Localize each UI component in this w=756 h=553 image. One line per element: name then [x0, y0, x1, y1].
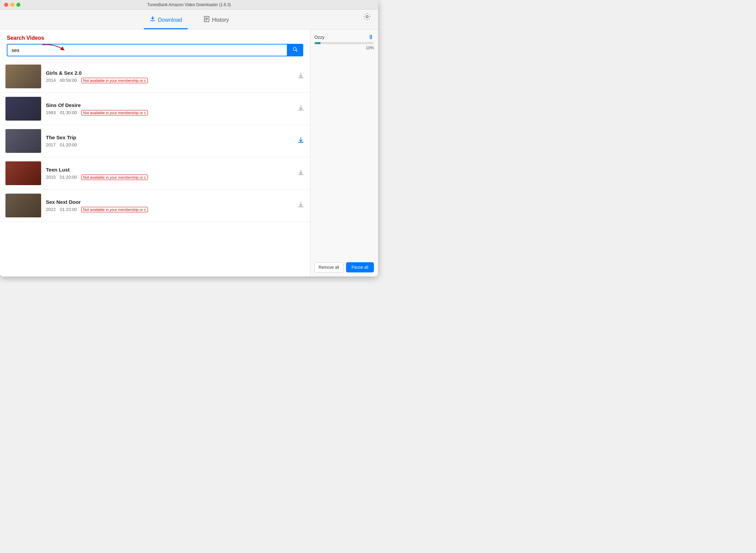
result-info: Sins Of Desire 1993 01:30:00 Not availab…: [46, 102, 292, 115]
result-meta: 2015 01:20:00 Not available in your memb…: [46, 175, 292, 180]
download-tab-icon: [149, 16, 156, 24]
result-badge: Not available in your membership or c: [81, 207, 148, 212]
list-item: The Sex Trip 2017 01:20:00: [0, 125, 310, 157]
result-duration: 01:20:00: [60, 142, 77, 147]
result-thumbnail: [5, 194, 41, 217]
result-title: Sex Next Door: [46, 199, 292, 205]
svg-rect-12: [298, 142, 304, 143]
result-year: 2022: [46, 207, 56, 212]
result-title: Teen Lust: [46, 167, 292, 173]
list-item: Teen Lust 2015 01:20:00 Not available in…: [0, 157, 310, 190]
maximize-button[interactable]: [16, 3, 20, 7]
left-panel: Search Videos: [0, 30, 310, 276]
result-thumbnail: [5, 129, 41, 153]
result-year: 1993: [46, 110, 56, 115]
result-duration: 00:59:00: [60, 78, 77, 83]
main-content: Download History: [0, 10, 378, 276]
result-duration: 01:20:00: [60, 175, 77, 180]
result-download-button[interactable]: [297, 169, 305, 178]
tab-history[interactable]: History: [198, 13, 235, 29]
progress-bar-track: [314, 42, 374, 44]
search-button[interactable]: [287, 44, 303, 56]
svg-rect-2: [152, 16, 153, 19]
result-title: The Sex Trip: [46, 135, 292, 140]
result-info: Sex Next Door 2022 01:23:00 Not availabl…: [46, 199, 292, 212]
result-thumbnail: [5, 97, 41, 121]
tab-download[interactable]: Download: [144, 13, 188, 29]
pause-all-button[interactable]: Pause all: [346, 262, 374, 272]
body-area: Search Videos: [0, 30, 378, 276]
traffic-lights: [4, 3, 20, 7]
close-button[interactable]: [4, 3, 8, 7]
result-info: Girls & Sex 2.0 2014 00:59:00 Not availa…: [46, 70, 292, 83]
svg-point-7: [366, 16, 368, 18]
result-year: 2014: [46, 78, 56, 83]
svg-rect-13: [298, 174, 304, 175]
right-panel: Ozzy ⏸ 10% Remove all Pause all: [310, 30, 378, 276]
result-thumbnail: [5, 65, 41, 88]
result-info: The Sex Trip 2017 01:20:00: [46, 135, 292, 147]
result-badge: Not available in your membership or c: [81, 175, 148, 180]
svg-rect-10: [298, 77, 304, 78]
header: Download History: [0, 10, 378, 30]
svg-rect-14: [298, 207, 304, 207]
history-tab-label: History: [212, 17, 229, 23]
download-tab-label: Download: [158, 17, 182, 23]
result-duration: 01:23:00: [60, 207, 77, 212]
remove-all-button[interactable]: Remove all: [314, 262, 343, 272]
download-item-header: Ozzy ⏸: [314, 34, 374, 41]
download-item: Ozzy ⏸ 10%: [314, 34, 374, 50]
result-year: 2015: [46, 175, 56, 180]
result-meta: 2014 00:59:00 Not available in your memb…: [46, 78, 292, 83]
search-arrow: [41, 43, 68, 55]
search-label: Search Videos: [7, 35, 303, 41]
result-download-button[interactable]: [297, 137, 305, 146]
result-download-button[interactable]: [297, 104, 305, 113]
result-meta: 1993 01:30:00 Not available in your memb…: [46, 110, 292, 115]
result-download-button[interactable]: [297, 72, 305, 81]
search-area: Search Videos: [0, 30, 310, 60]
pause-button[interactable]: ⏸: [368, 34, 374, 41]
result-title: Sins Of Desire: [46, 102, 292, 108]
history-tab-icon: [203, 16, 210, 24]
result-meta: 2022 01:23:00 Not available in your memb…: [46, 207, 292, 212]
svg-line-9: [296, 50, 297, 52]
progress-percentage: 10%: [314, 46, 374, 50]
svg-rect-0: [150, 20, 155, 21]
progress-bar-fill: [314, 42, 321, 44]
results-list: Girls & Sex 2.0 2014 00:59:00 Not availa…: [0, 60, 310, 276]
titlebar: TunesBank Amazon Video Downloader (1.6.3…: [0, 0, 378, 10]
list-item: Sex Next Door 2022 01:23:00 Not availabl…: [0, 190, 310, 222]
result-year: 2017: [46, 142, 56, 147]
right-panel-bottom: Remove all Pause all: [314, 259, 374, 272]
nav-tabs: Download History: [144, 13, 235, 29]
result-download-button[interactable]: [297, 201, 305, 210]
svg-rect-11: [298, 110, 304, 110]
result-badge: Not available in your membership or c: [81, 78, 148, 83]
result-meta: 2017 01:20:00: [46, 142, 292, 147]
result-title: Girls & Sex 2.0: [46, 70, 292, 76]
result-thumbnail: [5, 161, 41, 185]
window-title: TunesBank Amazon Video Downloader (1.6.3…: [147, 2, 231, 7]
result-info: Teen Lust 2015 01:20:00 Not available in…: [46, 167, 292, 180]
list-item: Sins Of Desire 1993 01:30:00 Not availab…: [0, 93, 310, 125]
result-badge: Not available in your membership or c: [81, 110, 148, 115]
list-item: Girls & Sex 2.0 2014 00:59:00 Not availa…: [0, 60, 310, 93]
result-duration: 01:30:00: [60, 110, 77, 115]
minimize-button[interactable]: [10, 3, 14, 7]
settings-button[interactable]: [363, 13, 371, 23]
download-item-name: Ozzy: [314, 35, 325, 40]
